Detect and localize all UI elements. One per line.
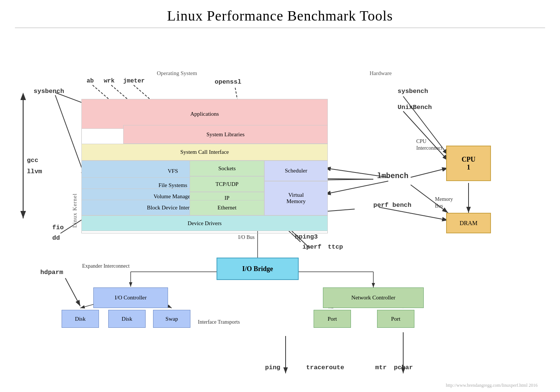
tool-hping3: hping3 (295, 233, 318, 240)
tcpudp-box: TCP/UDP (190, 176, 264, 192)
linux-kernel-label: Linux Kernel (72, 138, 78, 228)
io-bridge-label: I/O Bridge (242, 265, 273, 273)
svg-line-36 (55, 95, 85, 177)
syscall-label: System Call Interface (180, 149, 229, 155)
svg-line-12 (325, 181, 388, 194)
tool-perf-bench: perf bench (373, 202, 411, 209)
disk2-label: Disk (122, 316, 132, 322)
network-controller-label: Network Controller (351, 295, 395, 301)
tcpudp-label: TCP/UDP (215, 181, 239, 187)
svg-line-13 (411, 168, 448, 177)
dram-label: DRAM (460, 220, 477, 227)
applications-box: Applications (81, 99, 328, 129)
page-title: Linux Performance Benchmark Tools (0, 0, 560, 28)
cpu-label: CPU 1 (462, 156, 476, 171)
io-bus-label: I/O Bus (238, 234, 255, 240)
cpu-interconnect-label: CPUInterconnect (416, 138, 442, 152)
scheduler-label: Scheduler (285, 168, 307, 174)
tool-mtr: mtr (375, 364, 387, 371)
syscall-box: System Call Interface (81, 144, 328, 161)
tool-jmeter: jmeter (123, 78, 145, 84)
diagram-container: Operating System Hardware sysbench ab wr… (0, 30, 560, 392)
virtual-memory-box: Virtual Memory (264, 181, 328, 215)
port1-box: Port (314, 310, 351, 328)
tool-wrk: wrk (104, 78, 115, 84)
expander-interconnect-label: Expander Interconnect (82, 263, 130, 269)
memory-bus-label: MemoryBus (435, 196, 453, 209)
svg-line-10 (403, 111, 448, 161)
tool-ping: ping (265, 364, 280, 371)
tool-pchar: pchar (394, 364, 413, 371)
applications-label: Applications (190, 111, 219, 117)
hw-section-label: Hardware (370, 70, 392, 77)
title-divider (15, 28, 545, 28)
system-libraries-box: System Libraries (123, 125, 328, 144)
tool-ttcp: ttcp (328, 243, 343, 251)
device-drivers-label: Device Drivers (187, 220, 221, 227)
tool-sysbench-right: sysbench (398, 88, 428, 95)
disk2-box: Disk (108, 310, 146, 328)
interface-transports-label: Interface Transports (198, 319, 240, 325)
volume-manager-label: Volume Manager (153, 193, 192, 200)
scheduler-box: Scheduler (264, 161, 328, 181)
tool-iperf: iperf (302, 243, 321, 251)
tool-gcc: gcc (27, 157, 38, 164)
tool-ab: ab (87, 78, 94, 84)
tool-llvm: llvm (27, 168, 42, 175)
virtual-memory-label: Virtual Memory (286, 192, 306, 205)
sockets-box: Sockets (190, 161, 264, 176)
tool-lmbench: lmbench (377, 172, 408, 180)
tool-dd: dd (52, 234, 60, 242)
tool-sysbench-left: sysbench (34, 88, 64, 95)
os-section-label: Operating System (157, 70, 197, 77)
tool-openssl: openssl (215, 78, 241, 85)
cpu-box: CPU 1 (446, 146, 491, 181)
disk1-box: Disk (62, 310, 99, 328)
port2-label: Port (391, 316, 400, 322)
tool-unixbench: UnixBench (398, 104, 432, 111)
system-libraries-label: System Libraries (206, 131, 245, 138)
tool-traceroute: traceroute (306, 364, 344, 371)
swap-label: Swap (165, 316, 178, 322)
sockets-label: Sockets (218, 165, 236, 172)
io-controller-label: I/O Controller (115, 295, 146, 301)
svg-line-20 (65, 278, 80, 306)
port1-label: Port (327, 316, 337, 322)
network-controller-box: Network Controller (323, 287, 424, 308)
dram-box: DRAM (446, 213, 491, 233)
port2-box: Port (377, 310, 414, 328)
vfs-label: VFS (168, 168, 178, 174)
disk1-label: Disk (75, 316, 85, 322)
filesystems-label: File Systems (158, 182, 187, 189)
ethernet-box: Ethernet (190, 200, 264, 215)
io-bridge-box: I/O Bridge (217, 258, 299, 280)
tool-hdparm: hdparm (40, 269, 63, 276)
url-label: http://www.brendangregg.com/linuxperf.ht… (446, 383, 538, 388)
ethernet-label: Ethernet (218, 205, 237, 211)
swap-box: Swap (153, 310, 190, 328)
io-controller-box: I/O Controller (93, 287, 168, 308)
tool-fio: fio (52, 224, 64, 231)
device-drivers-box: Device Drivers (81, 215, 328, 231)
